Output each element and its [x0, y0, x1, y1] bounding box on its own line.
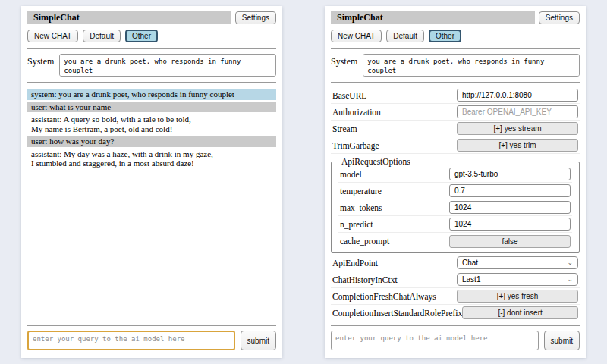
api-endpoint-label: ApiEndPoint [332, 259, 457, 268]
setting-row-completion-fresh: CompletionFreshChatAlways [+] yes fresh [331, 288, 580, 305]
completion-fresh-label: CompletionFreshChatAlways [332, 292, 457, 301]
setting-row-model: model [338, 166, 572, 183]
session-other-button[interactable]: Other [125, 30, 158, 42]
authorization-label: Authorization [332, 108, 457, 117]
api-request-options-legend: ApiRequestOptions [338, 157, 414, 166]
api-endpoint-select[interactable]: Chat ⌄ [457, 256, 578, 269]
max-tokens-field[interactable] [449, 201, 571, 214]
submit-button[interactable]: submit [544, 331, 580, 350]
app-title: SimpleChat [27, 11, 231, 24]
header: SimpleChat Settings [331, 11, 580, 24]
session-buttons: New CHAT Default Other [27, 30, 276, 42]
setting-row-n-predict: n_predict [338, 216, 572, 233]
session-default-button[interactable]: Default [386, 30, 424, 42]
query-bar: submit [27, 331, 276, 350]
model-field[interactable] [449, 168, 571, 180]
setting-row-completion-insert: CompletionInsertStandardRolePrefix [-] d… [331, 305, 580, 320]
cache-prompt-label: cache_prompt [340, 237, 449, 246]
authorization-field[interactable] [457, 105, 578, 118]
trimgarbage-toggle-button[interactable]: [+] yes trim [457, 139, 578, 152]
setting-row-trimgarbage: TrimGarbage [+] yes trim [331, 137, 580, 154]
divider [27, 325, 276, 326]
chat-history-value: Last1 [462, 275, 480, 284]
message-line: assistant: My day was a haze, with a dri… [31, 149, 272, 159]
system-prompt-label: System [27, 54, 54, 67]
system-prompt-input[interactable]: you are a drunk poet, who responds in fu… [59, 54, 276, 77]
setting-row-baseurl: BaseURL [331, 87, 580, 104]
divider [331, 48, 580, 49]
stream-toggle-button[interactable]: [+] yes stream [457, 122, 578, 135]
chevron-down-icon: ⌄ [567, 276, 573, 283]
query-bar: submit [331, 331, 580, 350]
message-line: assistant: A query so bold, with a tale … [31, 115, 272, 124]
model-label: model [340, 170, 449, 179]
chat-message-user: user: what is your name [27, 102, 276, 113]
max-tokens-label: max_tokens [340, 203, 449, 212]
system-prompt-row: System you are a drunk poet, who respond… [331, 54, 580, 77]
setting-row-max-tokens: max_tokens [338, 199, 572, 216]
session-other-button[interactable]: Other [429, 30, 461, 42]
chat-message-assistant: assistant: My day was a haze, with a dri… [27, 149, 276, 169]
chat-message-system: system: you are a drunk poet, who respon… [27, 89, 276, 100]
query-input[interactable] [27, 331, 235, 350]
session-default-button[interactable]: Default [83, 30, 121, 42]
simplechat-app: SimpleChat Settings New CHAT Default Oth… [0, 0, 607, 364]
chat-message-assistant: assistant: A query so bold, with a tale … [27, 114, 276, 134]
setting-row-cache-prompt: cache_prompt false [338, 233, 572, 249]
completion-insert-toggle-button[interactable]: [-] dont insert [462, 306, 578, 319]
chat-panel: SimpleChat Settings New CHAT Default Oth… [21, 6, 282, 358]
system-prompt-label: System [331, 54, 357, 67]
system-prompt-input[interactable]: you are a drunk poet, who responds in fu… [363, 54, 580, 77]
chevron-down-icon: ⌄ [567, 259, 573, 266]
chat-message-user: user: how was your day? [27, 136, 276, 147]
submit-button[interactable]: submit [241, 331, 276, 350]
setting-row-authorization: Authorization [331, 104, 580, 121]
trimgarbage-label: TrimGarbage [332, 141, 457, 150]
new-chat-button[interactable]: New CHAT [331, 30, 382, 42]
api-endpoint-value: Chat [462, 259, 478, 267]
chat-history-label: ChatHistoryInCtxt [332, 275, 457, 284]
settings-list: BaseURL Authorization Stream [+] yes str… [331, 87, 580, 320]
divider [331, 82, 580, 83]
n-predict-label: n_predict [340, 220, 449, 229]
completion-fresh-toggle-button[interactable]: [+] yes fresh [457, 290, 578, 303]
n-predict-field[interactable] [449, 218, 571, 231]
message-line: My name is Bertram, a poet, old and cold… [31, 124, 272, 134]
completion-insert-label: CompletionInsertStandardRolePrefix [332, 309, 462, 318]
settings-button[interactable]: Settings [539, 11, 580, 24]
settings-button[interactable]: Settings [235, 11, 276, 24]
baseurl-label: BaseURL [332, 91, 457, 100]
divider [27, 82, 276, 83]
divider [331, 325, 580, 326]
baseurl-field[interactable] [457, 89, 578, 102]
setting-row-temperature: temperature [338, 183, 572, 199]
settings-panel: SimpleChat Settings New CHAT Default Oth… [325, 6, 586, 358]
setting-row-api-endpoint: ApiEndPoint Chat ⌄ [331, 255, 580, 271]
stream-label: Stream [332, 124, 457, 133]
chat-history-select[interactable]: Last1 ⌄ [457, 273, 578, 286]
new-chat-button[interactable]: New CHAT [27, 30, 78, 42]
app-title: SimpleChat [331, 11, 535, 24]
setting-row-chat-history: ChatHistoryInCtxt Last1 ⌄ [331, 271, 580, 288]
query-input[interactable] [331, 331, 539, 350]
message-line: I stumbled and staggered, in a most absu… [31, 158, 272, 168]
header: SimpleChat Settings [27, 11, 276, 24]
divider [27, 48, 276, 49]
temperature-field[interactable] [449, 184, 571, 197]
system-prompt-row: System you are a drunk poet, who respond… [27, 54, 276, 77]
session-buttons: New CHAT Default Other [331, 30, 580, 42]
setting-row-stream: Stream [+] yes stream [331, 121, 580, 137]
api-request-options-fieldset: ApiRequestOptions model temperature max_… [331, 157, 580, 253]
temperature-label: temperature [340, 187, 449, 196]
cache-prompt-toggle-button[interactable]: false [449, 235, 571, 248]
chat-message-list: system: you are a drunk poet, who respon… [27, 89, 276, 320]
